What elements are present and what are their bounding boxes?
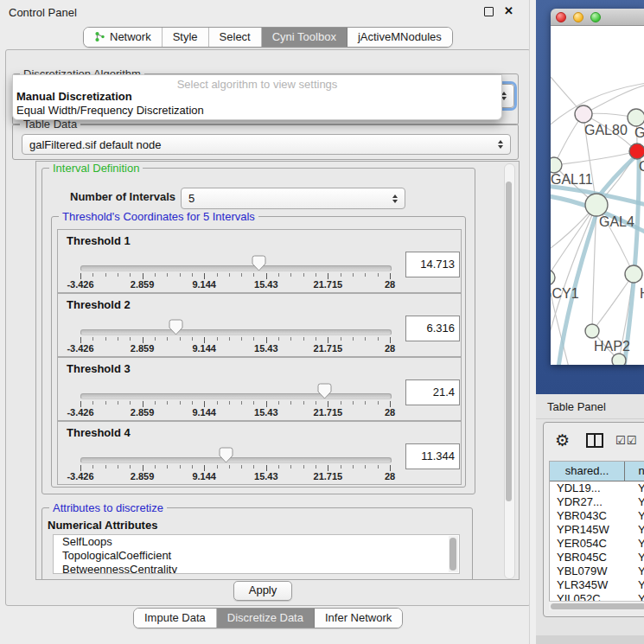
- popup-hint: Select algorithm to view settings: [13, 78, 501, 91]
- table-row[interactable]: YER054CYER0: [550, 537, 644, 551]
- table-row[interactable]: YDL19...YDL1: [550, 481, 644, 495]
- attribute-item[interactable]: TopologicalCoefficient: [54, 549, 459, 563]
- network-node-ga[interactable]: [628, 109, 644, 126]
- close-traffic-icon[interactable]: [556, 12, 566, 22]
- slider-scale-labels: -3.4262.8599.14415.4321.71528: [80, 279, 390, 290]
- slider-thumb[interactable]: [317, 383, 332, 399]
- apply-button[interactable]: Apply: [233, 581, 292, 601]
- scale-label: 2.859: [131, 407, 155, 418]
- network-canvas[interactable]: GAL80GACGAL11GAL4GCY1HHAP2: [551, 26, 644, 365]
- network-node-gcy1[interactable]: [551, 270, 555, 285]
- scale-label: 21.715: [314, 343, 343, 354]
- table-row[interactable]: YLR345WYLR3: [550, 578, 644, 592]
- threshold-panel-3: Threshold 3-3.4262.8599.14415.4321.71528…: [57, 357, 462, 421]
- threshold-value-field[interactable]: 11.344: [405, 443, 460, 469]
- network-node-gal80[interactable]: [575, 105, 592, 123]
- interval-group-label: Interval Definition: [49, 162, 143, 175]
- tab-cyni-toolbox[interactable]: Cyni Toolbox: [262, 28, 348, 47]
- table-row[interactable]: YBR043CYBR0: [550, 509, 644, 523]
- cell-shared-name: YDR27...: [550, 495, 631, 509]
- numerical-attributes-label: Numerical Attributes: [48, 519, 157, 532]
- network-edge[interactable]: [624, 156, 639, 365]
- tab-label: Impute Data: [144, 611, 206, 624]
- slider-track[interactable]: [80, 265, 392, 271]
- popup-option[interactable]: Equal Width/Frequency Discretization: [16, 104, 204, 117]
- attribute-item[interactable]: BetweennessCentrality: [54, 563, 459, 574]
- float-window-icon[interactable]: [484, 7, 494, 16]
- node-label: HAP2: [594, 339, 630, 354]
- threshold-value-field[interactable]: 14.713: [405, 252, 460, 277]
- tab-discretize-data[interactable]: Discretize Data: [217, 609, 315, 628]
- table-data-combobox[interactable]: galFiltered.sif default node: [22, 134, 511, 155]
- num-intervals-combobox[interactable]: 5: [181, 188, 405, 209]
- scale-label: 15.43: [254, 279, 278, 290]
- split-view-icon[interactable]: [586, 433, 603, 450]
- zoom-traffic-icon[interactable]: [590, 12, 601, 22]
- tab-network[interactable]: Network: [84, 28, 163, 47]
- tab-infer-network[interactable]: Infer Network: [315, 609, 402, 628]
- interval-definition-group: Interval Definition Number of Intervals …: [41, 168, 475, 494]
- network-node[interactable]: [612, 354, 626, 365]
- control-panel-titlebar: Control Panel ✕: [0, 0, 536, 24]
- cell-shared-name: YBR043C: [550, 509, 631, 523]
- settings-scroll-area: Interval Definition Number of Intervals …: [35, 161, 520, 580]
- slider-track[interactable]: [80, 329, 392, 335]
- cell-name: YBR0: [631, 509, 644, 523]
- checkbox-icons[interactable]: ☑☑: [615, 434, 637, 447]
- network-window-titlebar[interactable]: [551, 9, 644, 26]
- threshold-value-field[interactable]: 6.316: [405, 316, 460, 341]
- column-header-shared-name[interactable]: shared...: [550, 462, 625, 481]
- network-node-c[interactable]: [629, 143, 644, 159]
- tab-select[interactable]: Select: [209, 28, 262, 47]
- cell-name: YDR2: [631, 495, 644, 509]
- table-hscrollbar[interactable]: [549, 601, 644, 610]
- threshold-label: Threshold 3: [67, 362, 131, 375]
- table-row[interactable]: YBL079WYBL0: [550, 564, 644, 578]
- tab-impute-data[interactable]: Impute Data: [134, 609, 217, 628]
- slider-thumb[interactable]: [252, 255, 266, 271]
- cell-name: YBL0: [631, 564, 644, 578]
- network-node-gal4[interactable]: [585, 194, 608, 216]
- table-header-row: shared... na: [550, 462, 644, 481]
- table-row[interactable]: YPR145WYPR1: [550, 523, 644, 537]
- node-label: C: [639, 159, 644, 174]
- slider-thumb[interactable]: [169, 319, 183, 335]
- network-node-hap2[interactable]: [585, 324, 599, 338]
- gear-icon[interactable]: ⚙: [555, 430, 570, 450]
- scale-label: 2.859: [131, 279, 155, 290]
- node-label: H: [640, 286, 644, 301]
- network-node-gal11[interactable]: [551, 157, 562, 173]
- minimize-traffic-icon[interactable]: [573, 12, 583, 22]
- settings-scrollbar-thumb[interactable]: [506, 182, 512, 501]
- bottom-tab-bar: Impute DataDiscretize DataInfer Network: [133, 608, 403, 628]
- slider-track[interactable]: [80, 457, 392, 463]
- cell-shared-name: YPR145W: [550, 523, 631, 537]
- settings-scrollbar[interactable]: [504, 163, 515, 579]
- list-scrollbar[interactable]: [449, 536, 458, 572]
- cell-name: YER0: [631, 537, 644, 551]
- cell-name: YPR1: [631, 523, 644, 537]
- bottom-strip: [536, 635, 644, 644]
- slider-track[interactable]: [80, 393, 392, 399]
- close-icon[interactable]: ✕: [504, 4, 513, 17]
- tab-jactivemnodules[interactable]: jActiveMNodules: [348, 28, 452, 47]
- scale-label: 28: [385, 279, 395, 290]
- node-label: GCY1: [551, 286, 579, 301]
- table-hscrollbar-thumb[interactable]: [551, 603, 644, 609]
- slider-thumb[interactable]: [219, 447, 233, 463]
- tab-style[interactable]: Style: [163, 28, 209, 47]
- table-panel-title: Table Panel: [547, 400, 606, 413]
- attribute-item[interactable]: SelfLoops: [54, 535, 459, 549]
- table-panel-titlebar: Table Panel: [536, 394, 644, 419]
- attributes-list[interactable]: SelfLoopsTopologicalCoefficientBetweenne…: [53, 534, 460, 574]
- cell-shared-name: YER054C: [550, 537, 631, 551]
- network-node-h[interactable]: [625, 265, 642, 283]
- popup-option[interactable]: Manual Discretization: [16, 90, 132, 103]
- tab-label: Style: [173, 30, 198, 43]
- table-row[interactable]: YDR27...YDR2: [550, 495, 644, 509]
- threshold-value-field[interactable]: 21.4: [405, 379, 460, 405]
- column-header-name[interactable]: na: [625, 462, 644, 481]
- threshold-panel-2: Threshold 2-3.4262.8599.14415.4321.71528…: [57, 293, 462, 357]
- network-edge[interactable]: [554, 151, 637, 165]
- table-row[interactable]: YBR045CYBR0: [550, 551, 644, 564]
